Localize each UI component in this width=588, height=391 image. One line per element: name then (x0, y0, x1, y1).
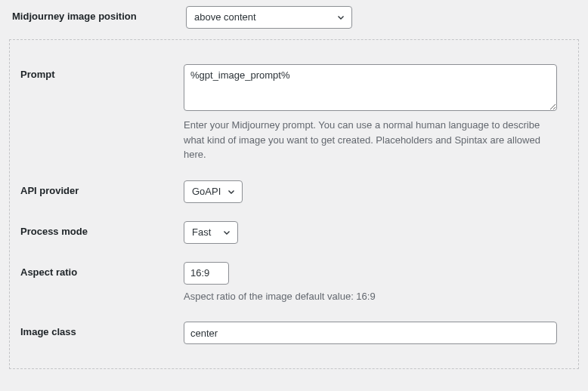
process-mode-row: Process mode Fast (10, 212, 578, 253)
image-class-field (184, 322, 571, 344)
image-position-select-wrap: above content (186, 6, 352, 29)
image-class-input[interactable] (184, 322, 557, 344)
prompt-description: Enter your Midjourney prompt. You can us… (184, 118, 557, 162)
image-position-row: Midjourney image position above content (0, 0, 588, 35)
settings-panel: Prompt %gpt_image_prompt% Enter your Mid… (9, 39, 579, 369)
api-provider-field: GoAPI (184, 180, 571, 203)
prompt-row: Prompt %gpt_image_prompt% Enter your Mid… (10, 55, 578, 171)
process-mode-select[interactable]: Fast (184, 221, 238, 244)
process-mode-field: Fast (184, 221, 571, 244)
aspect-ratio-label: Aspect ratio (17, 262, 184, 278)
aspect-ratio-description: Aspect ratio of the image default value:… (184, 289, 557, 304)
aspect-ratio-input[interactable] (184, 262, 229, 285)
prompt-field: %gpt_image_prompt% Enter your Midjourney… (184, 64, 571, 162)
image-position-field: above content (186, 6, 580, 29)
image-position-label: Midjourney image position (12, 6, 186, 22)
api-provider-row: API provider GoAPI (10, 171, 578, 212)
image-class-row: Image class (10, 312, 578, 353)
aspect-ratio-field: Aspect ratio of the image default value:… (184, 262, 571, 304)
image-position-select[interactable]: above content (186, 6, 352, 29)
process-mode-label: Process mode (17, 221, 184, 237)
aspect-ratio-row: Aspect ratio Aspect ratio of the image d… (10, 253, 578, 313)
prompt-textarea[interactable]: %gpt_image_prompt% (184, 64, 557, 111)
api-provider-select[interactable]: GoAPI (184, 180, 243, 203)
api-provider-select-wrap: GoAPI (184, 180, 243, 203)
image-class-label: Image class (17, 322, 184, 337)
api-provider-label: API provider (17, 180, 184, 196)
prompt-label: Prompt (17, 64, 184, 80)
process-mode-select-wrap: Fast (184, 221, 238, 244)
